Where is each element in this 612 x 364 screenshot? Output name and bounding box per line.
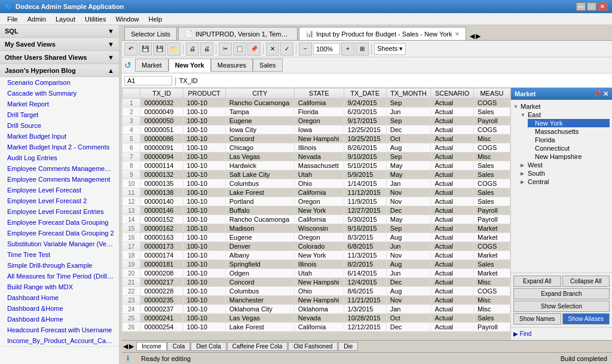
table-cell[interactable]: Actual — [431, 224, 474, 233]
toolbar-sheets-dropdown[interactable]: Sheets ▾ — [374, 43, 406, 55]
table-row[interactable]: 1600000163100-10EugeneOregon8/3/2015AugA… — [123, 233, 510, 242]
table-cell[interactable]: 100-10 — [183, 242, 225, 251]
menu-window[interactable]: Window — [111, 14, 143, 24]
table-cell[interactable]: Misc — [473, 305, 510, 314]
sidebar-item[interactable]: Audit Log Entries — [0, 152, 119, 163]
table-cell[interactable]: Misc — [473, 152, 510, 161]
table-cell[interactable]: Misc — [473, 278, 510, 287]
toolbar-btn-back[interactable]: ↶ — [124, 42, 137, 56]
toolbar-btn-zoom-in[interactable]: + — [341, 42, 354, 56]
table-cell[interactable]: 9/24/2015 — [344, 99, 386, 108]
table-cell[interactable]: COGS — [473, 143, 510, 152]
sidebar-item[interactable]: Employee Forecast Data Grouping 2 — [0, 228, 119, 238]
table-cell[interactable]: 8/26/2015 — [344, 143, 386, 152]
table-cell[interactable]: 9/16/2015 — [344, 224, 386, 233]
table-cell[interactable]: Aug — [386, 287, 431, 296]
cell-reference-input[interactable] — [124, 76, 172, 85]
table-cell[interactable]: 100-10 — [183, 134, 225, 143]
table-cell[interactable]: Market — [473, 251, 510, 260]
table-cell[interactable]: 100-10 — [183, 305, 225, 314]
table-cell[interactable]: Utah — [294, 170, 344, 179]
tab-input-by-product[interactable]: 📊 Input by Product for Budget - Sales - … — [299, 27, 466, 40]
table-row[interactable]: 2300000235100-10ManchesterNew Hampshi11/… — [123, 296, 510, 305]
col-header-scenario[interactable]: SCENARIO — [431, 88, 474, 99]
table-cell[interactable]: Ohio — [294, 287, 344, 296]
table-cell[interactable]: 00000140 — [140, 197, 183, 206]
refresh-icon[interactable]: ↺ — [124, 60, 131, 70]
table-cell[interactable]: Sep — [386, 99, 431, 108]
table-cell[interactable]: Florida — [294, 108, 344, 117]
table-cell[interactable]: 00000237 — [140, 305, 183, 314]
table-cell[interactable]: Actual — [431, 161, 474, 170]
table-row[interactable]: 1400000152100-10Rancho CucamongaCaliforn… — [123, 215, 510, 224]
find-label[interactable]: ▶ Find — [513, 331, 531, 337]
table-cell[interactable]: Nov — [386, 251, 431, 260]
table-cell[interactable]: 00000181 — [140, 260, 183, 269]
table-cell[interactable]: Eugene — [225, 117, 294, 126]
table-cell[interactable]: 6/8/2015 — [344, 242, 386, 251]
table-cell[interactable]: 11/3/2015 — [344, 251, 386, 260]
table-cell[interactable]: New Hampshi — [294, 278, 344, 287]
table-cell[interactable]: 8/3/2015 — [344, 233, 386, 242]
bottom-tab-diet-cola[interactable]: Diet Cola — [191, 342, 226, 351]
table-cell[interactable]: Rancho Cucamonga — [225, 99, 294, 108]
table-cell[interactable]: 100-10 — [183, 260, 225, 269]
table-cell[interactable]: Dec — [386, 278, 431, 287]
table-cell[interactable]: Payroll — [473, 117, 510, 126]
table-cell[interactable]: 00000135 — [140, 179, 183, 188]
tab-sales[interactable]: Sales — [253, 59, 283, 72]
table-cell[interactable]: Nov — [386, 197, 431, 206]
col-header-state[interactable]: STATE — [294, 88, 344, 99]
table-cell[interactable]: Buffalo — [225, 206, 294, 215]
tree-item-west[interactable]: ▶ West — [521, 161, 610, 169]
table-cell[interactable]: Sales — [473, 108, 510, 117]
table-cell[interactable]: Hardwick — [225, 161, 294, 170]
table-cell[interactable]: 00000051 — [140, 126, 183, 134]
table-row[interactable]: 2200000228100-10ColumbusOhio8/6/2015AugA… — [123, 287, 510, 296]
table-cell[interactable]: Colorado — [294, 242, 344, 251]
table-cell[interactable]: 100-10 — [183, 251, 225, 260]
table-cell[interactable]: 100-10 — [183, 170, 225, 179]
table-cell[interactable]: 00000138 — [140, 188, 183, 197]
col-header-product[interactable]: PRODUCT — [183, 88, 225, 99]
table-row[interactable]: 2100000217100-10ConcordNew Hampshi12/4/2… — [123, 278, 510, 287]
table-cell[interactable]: 100-10 — [183, 188, 225, 197]
table-cell[interactable]: 100-10 — [183, 152, 225, 161]
table-cell[interactable]: Actual — [431, 296, 474, 305]
tab-nav-prev-icon[interactable]: ◀ — [470, 32, 475, 40]
menu-admin[interactable]: Admin — [23, 14, 51, 24]
table-cell[interactable]: 12/27/2015 — [344, 206, 386, 215]
table-cell[interactable]: Portland — [225, 197, 294, 206]
toolbar-btn-save2[interactable]: 💾 — [153, 42, 166, 56]
table-cell[interactable]: Columbus — [225, 287, 294, 296]
table-cell[interactable]: California — [294, 99, 344, 108]
table-cell[interactable]: 00000163 — [140, 233, 183, 242]
col-header-measure[interactable]: MEASU — [473, 88, 510, 99]
table-cell[interactable]: Concord — [225, 134, 294, 143]
toolbar-btn-cut[interactable]: ✂ — [219, 42, 232, 56]
table-cell[interactable]: 11/21/2015 — [344, 296, 386, 305]
sidebar-item[interactable]: Headcount Forecast with Username — [0, 325, 119, 335]
table-row[interactable]: 1500000162100-10MadisonWisconsin9/16/201… — [123, 224, 510, 233]
sidebar-item[interactable]: Drill Source — [0, 120, 119, 131]
sidebar-section-otherusers-header[interactable]: Other Users Shared Views ▼ — [0, 51, 119, 64]
show-selection-button[interactable]: Show Selection — [513, 301, 610, 312]
table-cell[interactable]: Aug — [386, 260, 431, 269]
table-cell[interactable]: Actual — [431, 99, 474, 108]
table-cell[interactable]: Sales — [473, 188, 510, 197]
table-cell[interactable]: 11/12/2015 — [344, 188, 386, 197]
table-cell[interactable]: Oregon — [294, 233, 344, 242]
menu-utilities[interactable]: Utilities — [80, 14, 111, 24]
sidebar-item[interactable]: Income_By_Product_Account_Cascade — [0, 335, 119, 346]
table-cell[interactable]: Nevada — [294, 152, 344, 161]
table-cell[interactable]: 00000217 — [140, 278, 183, 287]
table-cell[interactable]: California — [294, 188, 344, 197]
table-cell[interactable]: Manchester — [225, 296, 294, 305]
table-cell[interactable]: Actual — [431, 269, 474, 278]
table-cell[interactable]: Jan — [386, 305, 431, 314]
table-cell[interactable]: Actual — [431, 233, 474, 242]
table-cell[interactable]: Aug — [386, 143, 431, 152]
tree-item-florida[interactable]: Florida — [528, 136, 610, 144]
table-cell[interactable]: 00000146 — [140, 206, 183, 215]
table-cell[interactable]: Actual — [431, 197, 474, 206]
